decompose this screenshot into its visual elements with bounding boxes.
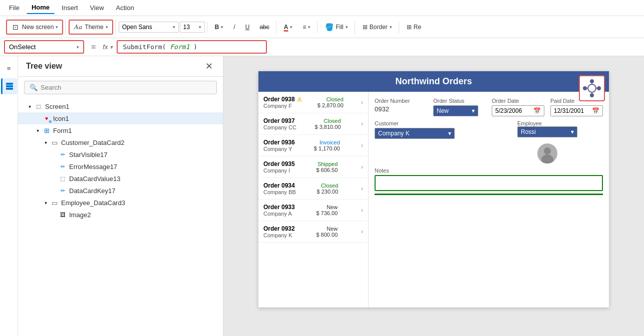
nav-layers[interactable] bbox=[1, 78, 17, 94]
font-size-value: 13 bbox=[183, 24, 190, 31]
order-right-0936: Invoiced $ 1,170.00 bbox=[314, 139, 340, 151]
menu-file[interactable]: File bbox=[4, 2, 25, 14]
order-chevron-0938: › bbox=[361, 99, 363, 106]
form-icon: ⊞ bbox=[42, 126, 51, 135]
svg-point-7 bbox=[590, 79, 594, 83]
toolbar-group-border: ⊞ Border ▾ bbox=[356, 21, 399, 33]
menu-insert[interactable]: Insert bbox=[57, 2, 83, 14]
svg-rect-0 bbox=[6, 83, 13, 85]
tree-item-customer-dc2[interactable]: ▾ ▭ Customer_DataCard2 bbox=[18, 136, 223, 148]
font-size-chevron: ▾ bbox=[199, 25, 201, 30]
order-status-0937: Closed bbox=[324, 118, 341, 124]
order-item-0936[interactable]: Order 0936 Company Y Invoiced $ 1,170.00… bbox=[258, 135, 368, 156]
border-button[interactable]: ⊞ Border ▾ bbox=[358, 21, 397, 33]
nav-hamburger[interactable]: ≡ bbox=[1, 60, 17, 76]
employee-select[interactable]: Rossi ▾ bbox=[517, 126, 577, 137]
new-screen-label: New screen bbox=[22, 24, 54, 31]
network-icon-button[interactable] bbox=[579, 75, 605, 101]
strikethrough-button[interactable]: abc bbox=[255, 21, 273, 33]
order-id-0938: Order 0938 ⚠ bbox=[263, 96, 302, 103]
starvisible17-label: StarVisible17 bbox=[69, 151, 107, 158]
strikethrough-label: abc bbox=[259, 24, 269, 31]
order-item-0933[interactable]: Order 0933 Company A New $ 736.00 › bbox=[258, 200, 368, 221]
re-label: Re bbox=[414, 24, 421, 31]
tree-item-datacardkey17[interactable]: ✏ DataCardKey17 bbox=[18, 185, 223, 197]
tree-item-datacardvalue13[interactable]: ⬚ DataCardValue13 bbox=[18, 173, 223, 185]
font-color-chevron: ▾ bbox=[290, 25, 292, 30]
font-color-button[interactable]: A ▾ bbox=[279, 21, 297, 33]
order-left-0936: Order 0936 Company Y bbox=[263, 139, 295, 152]
svg-point-9 bbox=[590, 93, 594, 97]
sidebar-close-button[interactable]: ✕ bbox=[203, 60, 215, 72]
toolbar: ⊡ New screen ▾ 𝐴𝑎 Theme ▾ Open Sans ▾ 13… bbox=[0, 16, 644, 38]
error-icon: ✏ bbox=[58, 162, 67, 171]
order-amount-0938: $ 2,870.00 bbox=[317, 102, 344, 108]
tree-item-screen1[interactable]: ▾ □ Screen1 bbox=[18, 100, 223, 112]
theme-button[interactable]: 𝐴𝑎 Theme ▾ bbox=[69, 20, 113, 35]
order-item-0935[interactable]: Order 0935 Company I Shipped $ 606.50 › bbox=[258, 156, 368, 178]
menu-action[interactable]: Action bbox=[111, 2, 139, 14]
align-button[interactable]: ≡ ▾ bbox=[298, 21, 315, 33]
italic-button[interactable]: / bbox=[229, 21, 239, 33]
order-item-0938[interactable]: Order 0938 ⚠ Company F Closed $ 2,870.00… bbox=[258, 92, 368, 113]
order-company-0937: Company CC bbox=[263, 124, 296, 130]
customer-select[interactable]: Company K ▾ bbox=[375, 128, 455, 139]
order-number-label: Order Number bbox=[375, 98, 427, 104]
font-size-select[interactable]: 13 ▾ bbox=[180, 22, 205, 33]
order-left-0932: Order 0932 Company K bbox=[263, 225, 295, 238]
app-container: Northwind Orders Order 0938 ⚠ Company F bbox=[258, 71, 609, 307]
bold-button[interactable]: B▾ bbox=[210, 21, 228, 33]
fx-area: fx ▾ bbox=[103, 43, 113, 51]
form-group-orderdate: Order Date 5/23/2006 📅 bbox=[492, 98, 544, 116]
underline-button[interactable]: U bbox=[241, 21, 254, 33]
fill-button[interactable]: 🪣 Fill ▾ bbox=[320, 21, 352, 34]
order-company-0936: Company Y bbox=[263, 146, 295, 152]
font-family-select[interactable]: Open Sans ▾ bbox=[119, 22, 179, 33]
order-right-0935: Shipped $ 606.50 bbox=[316, 161, 338, 173]
bold-label: B bbox=[215, 24, 219, 31]
order-status-select[interactable]: New ▾ bbox=[433, 105, 478, 116]
order-left-0937: Order 0937 Company CC bbox=[263, 117, 296, 130]
order-company-0932: Company K bbox=[263, 232, 295, 238]
sidebar-title: Tree view bbox=[26, 62, 62, 71]
order-date-input[interactable]: 5/23/2006 📅 bbox=[492, 105, 544, 116]
layers-icon bbox=[5, 82, 14, 91]
orders-list: Order 0938 ⚠ Company F Closed $ 2,870.00… bbox=[258, 92, 369, 307]
tree-item-employee-dc3[interactable]: ▾ ▭ Employee_DataCard3 bbox=[18, 197, 223, 209]
order-chevron-0933: › bbox=[361, 207, 363, 214]
tree-item-icon1[interactable]: ♥ ⊕ Icon1 bbox=[18, 112, 223, 124]
border-icon: ⊞ bbox=[363, 24, 368, 31]
re-icon: ⊞ bbox=[407, 24, 412, 31]
toolbar-group-re: ⊞ Re bbox=[400, 21, 428, 33]
svg-point-4 bbox=[544, 147, 551, 154]
re-button[interactable]: ⊞ Re bbox=[402, 21, 426, 33]
order-item-0937[interactable]: Order 0937 Company CC Closed $ 3,810.00 … bbox=[258, 113, 368, 135]
order-status-0932: New bbox=[327, 226, 338, 232]
order-right-0933: New $ 736.00 bbox=[316, 204, 338, 216]
customer-value: Company K bbox=[378, 130, 410, 137]
menu-view[interactable]: View bbox=[85, 2, 109, 14]
errormessage17-label: ErrorMessage17 bbox=[69, 163, 117, 171]
tree-item-errormessage17[interactable]: ✏ ErrorMessage17 bbox=[18, 160, 223, 173]
property-dropdown[interactable]: OnSelect ▾ bbox=[4, 40, 84, 54]
menu-home[interactable]: Home bbox=[27, 2, 55, 14]
search-box: 🔍 bbox=[24, 81, 217, 94]
tree-item-image2[interactable]: 🖼 Image2 bbox=[18, 209, 223, 221]
new-screen-icon: ⊡ bbox=[11, 23, 20, 32]
order-number-value: 0932 bbox=[375, 105, 427, 113]
app-title: Northwind Orders bbox=[395, 76, 472, 86]
border-chevron: ▾ bbox=[390, 25, 392, 30]
search-input[interactable] bbox=[41, 84, 211, 91]
tree-item-form1[interactable]: ▾ ⊞ Form1 bbox=[18, 124, 223, 136]
order-item-0934[interactable]: Order 0934 Company BB Closed $ 230.00 › bbox=[258, 178, 368, 200]
paid-date-input[interactable]: 12/31/2001 📅 bbox=[550, 105, 603, 116]
formula-input[interactable]: SubmitForm( Form1 ) bbox=[117, 40, 267, 54]
new-screen-button[interactable]: ⊡ New screen ▾ bbox=[6, 20, 63, 35]
italic-label: / bbox=[233, 24, 235, 31]
order-company-0938: Company F bbox=[263, 103, 302, 109]
tree-item-starvisible17[interactable]: ✏ StarVisible17 bbox=[18, 148, 223, 160]
order-status-chevron: ▾ bbox=[472, 107, 475, 114]
form-group-notes: Notes bbox=[375, 167, 603, 195]
order-item-0932[interactable]: Order 0932 Company K New $ 800.00 › bbox=[258, 221, 368, 243]
notes-input[interactable] bbox=[375, 175, 603, 191]
